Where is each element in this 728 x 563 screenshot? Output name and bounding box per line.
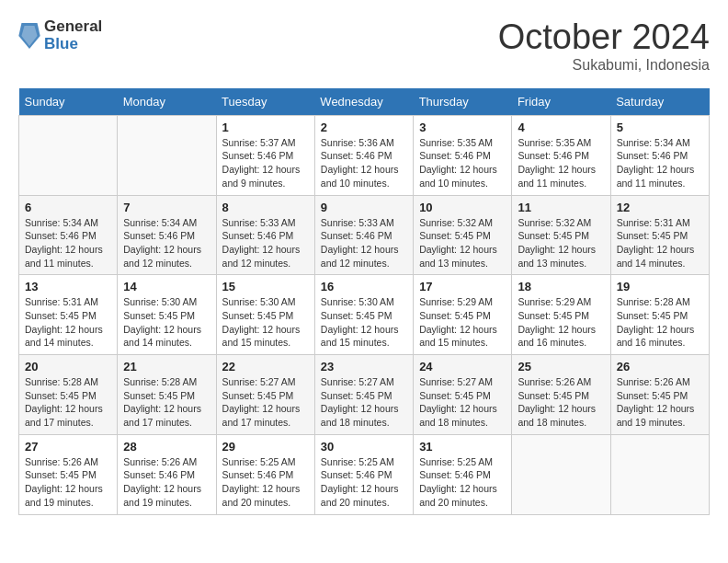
week-row-5: 27Sunrise: 5:26 AM Sunset: 5:45 PM Dayli… [19,434,710,514]
calendar-cell [19,115,118,195]
week-row-3: 13Sunrise: 5:31 AM Sunset: 5:45 PM Dayli… [19,275,710,355]
day-info: Sunrise: 5:27 AM Sunset: 5:45 PM Dayligh… [419,375,506,430]
day-info: Sunrise: 5:32 AM Sunset: 5:45 PM Dayligh… [518,216,604,270]
day-number: 3 [419,121,506,134]
day-number: 26 [617,360,703,373]
day-number: 19 [617,280,703,293]
calendar-cell: 22Sunrise: 5:27 AM Sunset: 5:45 PM Dayli… [216,355,314,435]
day-number: 11 [518,201,604,214]
header-row: Sunday Monday Tuesday Wednesday Thursday… [19,88,710,116]
calendar-cell: 24Sunrise: 5:27 AM Sunset: 5:45 PM Dayli… [414,355,512,435]
col-thursday: Thursday [414,88,512,116]
calendar-cell: 23Sunrise: 5:27 AM Sunset: 5:45 PM Dayli… [314,355,413,435]
day-info: Sunrise: 5:33 AM Sunset: 5:46 PM Dayligh… [222,216,309,270]
calendar-cell: 3Sunrise: 5:35 AM Sunset: 5:46 PM Daylig… [414,115,512,195]
calendar-cell: 19Sunrise: 5:28 AM Sunset: 5:45 PM Dayli… [610,275,709,355]
col-wednesday: Wednesday [314,88,413,116]
day-number: 12 [617,201,703,214]
calendar-cell [512,434,610,514]
calendar-cell [610,434,709,514]
calendar-cell: 15Sunrise: 5:30 AM Sunset: 5:45 PM Dayli… [216,275,314,355]
calendar-cell: 26Sunrise: 5:26 AM Sunset: 5:45 PM Dayli… [610,355,709,435]
calendar-cell: 29Sunrise: 5:25 AM Sunset: 5:46 PM Dayli… [216,434,314,514]
day-info: Sunrise: 5:32 AM Sunset: 5:45 PM Dayligh… [419,216,506,270]
calendar-cell: 9Sunrise: 5:33 AM Sunset: 5:46 PM Daylig… [314,195,413,275]
day-info: Sunrise: 5:29 AM Sunset: 5:45 PM Dayligh… [419,295,506,350]
location: Sukabumi, Indonesia [498,57,710,74]
day-number: 30 [321,440,407,454]
day-number: 6 [25,201,111,214]
col-friday: Friday [512,88,610,116]
day-info: Sunrise: 5:34 AM Sunset: 5:46 PM Dayligh… [617,136,703,190]
day-number: 14 [123,280,210,293]
day-info: Sunrise: 5:25 AM Sunset: 5:46 PM Dayligh… [321,455,407,510]
logo-text: General Blue [44,18,102,52]
day-number: 18 [518,280,604,293]
day-info: Sunrise: 5:25 AM Sunset: 5:46 PM Dayligh… [419,455,506,510]
day-info: Sunrise: 5:29 AM Sunset: 5:45 PM Dayligh… [518,295,604,350]
day-number: 29 [222,440,309,454]
logo: General Blue [18,18,102,52]
logo-general: General [44,18,102,36]
calendar-cell: 17Sunrise: 5:29 AM Sunset: 5:45 PM Dayli… [414,275,512,355]
day-number: 20 [25,360,111,373]
calendar-cell: 14Sunrise: 5:30 AM Sunset: 5:45 PM Dayli… [118,275,216,355]
day-number: 15 [222,280,309,293]
day-number: 8 [222,201,309,214]
calendar-cell: 25Sunrise: 5:26 AM Sunset: 5:45 PM Dayli… [512,355,610,435]
calendar-cell: 18Sunrise: 5:29 AM Sunset: 5:45 PM Dayli… [512,275,610,355]
day-info: Sunrise: 5:34 AM Sunset: 5:46 PM Dayligh… [25,216,111,270]
day-info: Sunrise: 5:30 AM Sunset: 5:45 PM Dayligh… [222,295,309,350]
day-number: 31 [419,440,506,454]
calendar-cell: 28Sunrise: 5:26 AM Sunset: 5:46 PM Dayli… [118,434,216,514]
month-title: October 2024 [498,18,710,57]
day-number: 1 [222,121,309,134]
day-info: Sunrise: 5:28 AM Sunset: 5:45 PM Dayligh… [617,295,703,350]
calendar-cell: 21Sunrise: 5:28 AM Sunset: 5:45 PM Dayli… [118,355,216,435]
day-info: Sunrise: 5:31 AM Sunset: 5:45 PM Dayligh… [25,295,111,350]
day-number: 23 [321,360,407,373]
day-number: 21 [123,360,210,373]
day-info: Sunrise: 5:27 AM Sunset: 5:45 PM Dayligh… [321,375,407,430]
calendar-cell: 5Sunrise: 5:34 AM Sunset: 5:46 PM Daylig… [610,115,709,195]
day-number: 16 [321,280,407,293]
day-number: 7 [123,201,210,214]
day-number: 10 [419,201,506,214]
day-info: Sunrise: 5:33 AM Sunset: 5:46 PM Dayligh… [321,216,407,270]
day-number: 2 [321,121,407,134]
day-info: Sunrise: 5:35 AM Sunset: 5:46 PM Dayligh… [518,136,604,190]
calendar-cell: 8Sunrise: 5:33 AM Sunset: 5:46 PM Daylig… [216,195,314,275]
calendar-cell: 2Sunrise: 5:36 AM Sunset: 5:46 PM Daylig… [314,115,413,195]
title-block: October 2024 Sukabumi, Indonesia [498,18,710,74]
day-info: Sunrise: 5:26 AM Sunset: 5:45 PM Dayligh… [25,455,111,510]
day-info: Sunrise: 5:31 AM Sunset: 5:45 PM Dayligh… [617,216,703,270]
day-info: Sunrise: 5:35 AM Sunset: 5:46 PM Dayligh… [419,136,506,190]
svg-marker-1 [21,26,37,46]
page-header: General Blue October 2024 Sukabumi, Indo… [18,18,710,74]
day-info: Sunrise: 5:28 AM Sunset: 5:45 PM Dayligh… [123,375,210,430]
logo-icon [18,23,40,49]
week-row-2: 6Sunrise: 5:34 AM Sunset: 5:46 PM Daylig… [19,195,710,275]
col-sunday: Sunday [19,88,118,116]
day-number: 22 [222,360,309,373]
calendar-cell: 20Sunrise: 5:28 AM Sunset: 5:45 PM Dayli… [19,355,118,435]
col-tuesday: Tuesday [216,88,314,116]
calendar-cell: 13Sunrise: 5:31 AM Sunset: 5:45 PM Dayli… [19,275,118,355]
calendar-table: Sunday Monday Tuesday Wednesday Thursday… [18,88,710,515]
day-number: 24 [419,360,506,373]
calendar-cell: 7Sunrise: 5:34 AM Sunset: 5:46 PM Daylig… [118,195,216,275]
day-number: 4 [518,121,604,134]
calendar-cell: 30Sunrise: 5:25 AM Sunset: 5:46 PM Dayli… [314,434,413,514]
calendar-cell: 1Sunrise: 5:37 AM Sunset: 5:46 PM Daylig… [216,115,314,195]
calendar-cell: 16Sunrise: 5:30 AM Sunset: 5:45 PM Dayli… [314,275,413,355]
col-monday: Monday [118,88,216,116]
day-number: 17 [419,280,506,293]
calendar-cell: 27Sunrise: 5:26 AM Sunset: 5:45 PM Dayli… [19,434,118,514]
week-row-4: 20Sunrise: 5:28 AM Sunset: 5:45 PM Dayli… [19,355,710,435]
day-number: 28 [123,440,210,454]
day-number: 25 [518,360,604,373]
calendar-cell: 12Sunrise: 5:31 AM Sunset: 5:45 PM Dayli… [610,195,709,275]
day-info: Sunrise: 5:37 AM Sunset: 5:46 PM Dayligh… [222,136,309,190]
day-info: Sunrise: 5:26 AM Sunset: 5:45 PM Dayligh… [617,375,703,430]
calendar-cell [118,115,216,195]
